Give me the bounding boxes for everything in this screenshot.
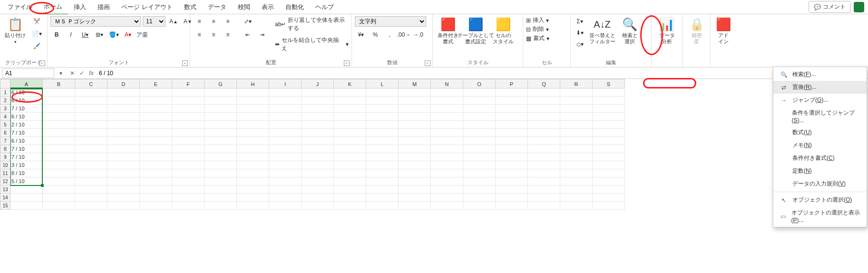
cell[interactable] xyxy=(593,97,625,105)
row-header[interactable]: 1 xyxy=(0,88,10,97)
cell[interactable] xyxy=(334,202,366,210)
paste-button[interactable]: 📋 貼り付け ▾ xyxy=(3,16,28,45)
cell[interactable] xyxy=(334,145,366,153)
cell[interactable]: 2 / 10 xyxy=(10,121,43,129)
cell[interactable] xyxy=(463,129,496,137)
cell[interactable]: 8 / 10 xyxy=(10,169,43,177)
cell[interactable] xyxy=(172,113,205,121)
cell[interactable] xyxy=(172,185,205,194)
share-button[interactable] xyxy=(854,2,864,12)
phonetic-button[interactable]: ア亜 xyxy=(136,29,148,40)
percent-format-button[interactable]: % xyxy=(369,29,381,40)
cell[interactable] xyxy=(75,88,107,97)
cell[interactable] xyxy=(366,137,399,145)
cell[interactable] xyxy=(399,153,431,161)
name-box-dropdown[interactable]: ▾ xyxy=(56,68,66,78)
row-header[interactable]: 10 xyxy=(0,161,10,169)
cell[interactable] xyxy=(107,185,140,194)
cell[interactable] xyxy=(172,97,205,105)
cell[interactable] xyxy=(302,194,334,202)
cell[interactable] xyxy=(237,88,269,97)
menu-tab-file[interactable]: ファイル xyxy=(2,0,38,14)
cell[interactable] xyxy=(302,105,334,113)
cell[interactable] xyxy=(302,137,334,145)
cell[interactable] xyxy=(560,194,593,202)
cell[interactable] xyxy=(107,97,140,105)
decrease-indent-button[interactable]: ⇤ xyxy=(242,29,254,40)
find-select-button[interactable]: 🔍 検索と 選択 xyxy=(618,16,641,46)
row-header[interactable]: 15 xyxy=(0,202,10,210)
cell[interactable] xyxy=(75,113,107,121)
column-header[interactable]: L xyxy=(366,79,399,88)
cell[interactable]: 7 / 10 xyxy=(10,129,43,137)
menu-tab-view[interactable]: 表示 xyxy=(256,0,280,14)
cell[interactable] xyxy=(140,177,172,185)
menu-tab-pagelayout[interactable]: ページ レイアウト xyxy=(116,0,178,14)
cell[interactable] xyxy=(463,153,496,161)
cell[interactable] xyxy=(43,129,75,137)
cell[interactable] xyxy=(75,145,107,153)
cell[interactable] xyxy=(334,129,366,137)
cell[interactable] xyxy=(399,129,431,137)
column-header[interactable]: F xyxy=(172,79,205,88)
cell[interactable] xyxy=(528,202,560,210)
cell[interactable] xyxy=(463,121,496,129)
clear-button[interactable]: ◇▾ xyxy=(574,39,586,49)
cell[interactable] xyxy=(366,185,399,194)
cell[interactable] xyxy=(593,129,625,137)
cell[interactable] xyxy=(43,113,75,121)
cell[interactable] xyxy=(463,145,496,153)
cell[interactable] xyxy=(75,129,107,137)
cell[interactable] xyxy=(140,185,172,194)
cell[interactable] xyxy=(205,153,237,161)
cell[interactable] xyxy=(43,177,75,185)
cell[interactable] xyxy=(496,121,528,129)
cell[interactable] xyxy=(431,145,463,153)
row-header[interactable]: 3 xyxy=(0,105,10,113)
format-painter-button[interactable]: 🖌️ xyxy=(30,41,43,51)
cell[interactable] xyxy=(366,121,399,129)
cell[interactable] xyxy=(269,129,302,137)
cell[interactable] xyxy=(334,153,366,161)
cell[interactable] xyxy=(269,137,302,145)
cell[interactable] xyxy=(172,88,205,97)
cell[interactable] xyxy=(237,153,269,161)
menu-tab-review[interactable]: 校閲 xyxy=(232,0,256,14)
cell[interactable] xyxy=(43,97,75,105)
cell[interactable] xyxy=(366,177,399,185)
cell[interactable] xyxy=(172,202,205,210)
cell[interactable] xyxy=(237,105,269,113)
cell[interactable] xyxy=(334,177,366,185)
cancel-formula-button[interactable]: ✕ xyxy=(68,68,77,78)
align-right-button[interactable]: ≡ xyxy=(222,29,234,40)
cell[interactable]: 6 / 10 xyxy=(10,137,43,145)
cell[interactable] xyxy=(269,145,302,153)
name-box[interactable] xyxy=(2,68,54,78)
cell[interactable] xyxy=(172,145,205,153)
cell[interactable] xyxy=(593,145,625,153)
underline-button[interactable]: U▾ xyxy=(79,29,91,40)
cell[interactable] xyxy=(237,169,269,177)
cell[interactable] xyxy=(205,121,237,129)
cell[interactable] xyxy=(496,137,528,145)
align-top-button[interactable]: ≡ xyxy=(193,16,205,27)
cell[interactable] xyxy=(593,185,625,194)
menu-item[interactable]: ⇄置換(R)... xyxy=(773,81,867,94)
cell[interactable] xyxy=(560,97,593,105)
cell[interactable] xyxy=(496,97,528,105)
cell[interactable] xyxy=(43,185,75,194)
cell[interactable] xyxy=(399,97,431,105)
cell[interactable] xyxy=(431,105,463,113)
cell[interactable] xyxy=(205,129,237,137)
cell[interactable] xyxy=(463,97,496,105)
accounting-format-button[interactable]: ¥▾ xyxy=(355,29,367,40)
row-header[interactable]: 11 xyxy=(0,169,10,177)
cell[interactable] xyxy=(172,169,205,177)
cell[interactable] xyxy=(107,177,140,185)
menu-item[interactable]: 条件付き書式(C) xyxy=(773,152,867,165)
align-bottom-button[interactable]: ≡ xyxy=(222,16,234,27)
menu-tab-formulas[interactable]: 数式 xyxy=(178,0,202,14)
cell[interactable] xyxy=(496,169,528,177)
cell[interactable] xyxy=(463,169,496,177)
clipboard-dialog-launcher[interactable]: ⌐ xyxy=(39,60,45,66)
